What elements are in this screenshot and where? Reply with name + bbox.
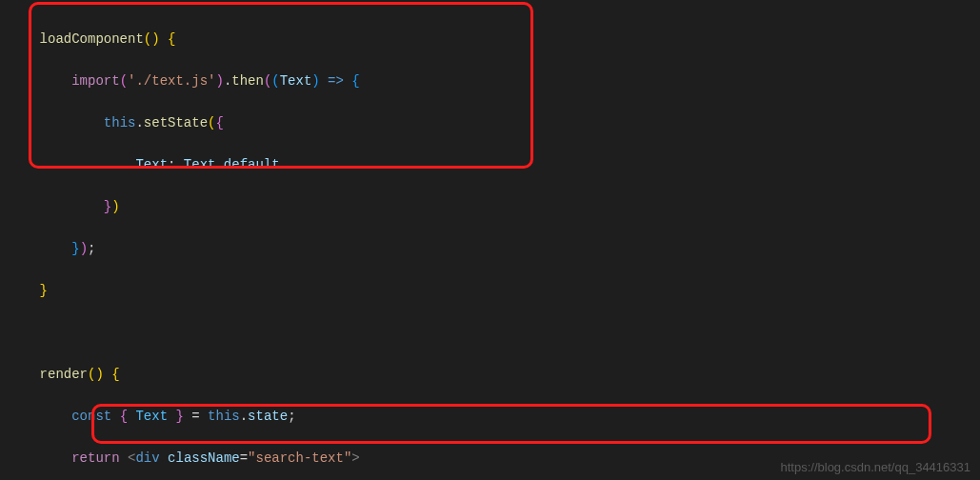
watermark-text: https://blog.csdn.net/qq_34416331: [781, 460, 971, 474]
code-line: }): [8, 196, 980, 217]
paren: (): [144, 31, 160, 47]
code-line: loadComponent() {: [8, 29, 980, 50]
fn-name: loadComponent: [40, 31, 144, 47]
code-line: [8, 322, 980, 343]
str-path: './text.js': [128, 73, 215, 89]
code-editor[interactable]: loadComponent() { import('./text.js').th…: [0, 0, 980, 480]
code-line: }: [8, 280, 980, 301]
code-line: const { Text } = this.state;: [8, 406, 980, 427]
code-line: import('./text.js').then((Text) => {: [8, 70, 980, 91]
code-line: Text: Text.default: [8, 154, 980, 175]
kw-import: import: [71, 73, 119, 89]
fn-render: render: [40, 367, 88, 382]
code-line: render() {: [8, 364, 980, 385]
code-line: });: [8, 238, 980, 259]
code-line: this.setState({: [8, 112, 980, 133]
